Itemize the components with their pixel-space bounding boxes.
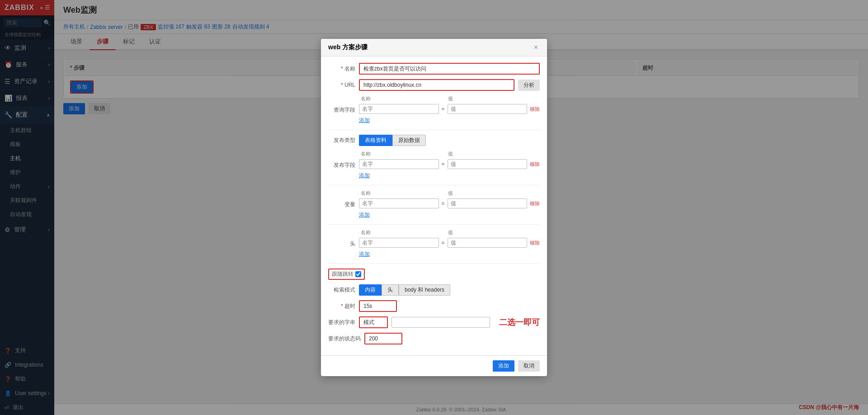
required-string-label: 要求的字串 bbox=[328, 319, 355, 326]
headers-label: 头 bbox=[328, 240, 355, 248]
retrieve-mode-row: 检索模式 内容 头 body 和 headers bbox=[328, 284, 540, 296]
hdr-value-header: 值 bbox=[448, 229, 521, 236]
variables-label: 变量 bbox=[328, 201, 355, 208]
dialog: web 方案步骤 × 名称 URL 分析 查询字段 bbox=[321, 39, 547, 376]
pf-value-header: 值 bbox=[448, 151, 521, 157]
variables-header-row: 变量 名称 值 = 移除 bbox=[328, 190, 540, 219]
var-eq: = bbox=[442, 200, 445, 207]
qf-name-header: 名称 bbox=[361, 95, 434, 102]
required-status-codes-input[interactable] bbox=[365, 334, 401, 344]
post-name-input[interactable] bbox=[359, 159, 439, 169]
query-name-input[interactable] bbox=[359, 104, 439, 114]
follow-redirects-checkbox[interactable] bbox=[355, 271, 361, 277]
required-status-codes-highlighted bbox=[364, 333, 402, 344]
var-add-link[interactable]: 添加 bbox=[359, 211, 370, 219]
name-label: 名称 bbox=[328, 65, 355, 73]
hdr-add-link[interactable]: 添加 bbox=[359, 250, 370, 258]
timeout-label: 超时 bbox=[328, 302, 355, 310]
variables-section: 变量 名称 值 = 移除 bbox=[328, 190, 540, 219]
post-type-form-btn[interactable]: 表格资料 bbox=[359, 135, 392, 146]
dialog-title: web 方案步骤 bbox=[328, 43, 368, 52]
post-field-row: = 移除 bbox=[359, 159, 540, 169]
hdr-eq: = bbox=[442, 240, 445, 246]
post-add-link[interactable]: 添加 bbox=[359, 172, 370, 179]
follow-redirects-highlighted: 跟随跳转 bbox=[328, 269, 365, 280]
required-status-codes-label: 要求的状态码 bbox=[328, 335, 361, 343]
variable-row: = 移除 bbox=[359, 198, 540, 208]
timeout-highlighted bbox=[359, 300, 397, 312]
follow-redirects-row: 跟随跳转 bbox=[328, 269, 540, 280]
query-eq: = bbox=[442, 106, 445, 112]
timeout-input[interactable] bbox=[360, 301, 396, 311]
annotation-text: 二选一即可 bbox=[499, 317, 540, 328]
retrieve-mode-label: 检索模式 bbox=[328, 286, 355, 294]
headers-table-header: 名称 值 bbox=[359, 229, 540, 236]
dialog-close-button[interactable]: × bbox=[532, 43, 540, 52]
var-name-input[interactable] bbox=[359, 198, 439, 208]
headers-header-row: 头 名称 值 = 移除 bbox=[328, 229, 540, 258]
required-string-highlighted bbox=[359, 316, 388, 328]
post-value-input[interactable] bbox=[448, 159, 528, 169]
url-label: URL bbox=[328, 82, 355, 88]
post-fields-header-row: 发布字段 名称 值 = 移除 bbox=[328, 151, 540, 179]
name-input[interactable] bbox=[359, 63, 540, 75]
retrieve-mode-body-headers-btn[interactable]: body 和 headers bbox=[399, 284, 450, 296]
post-type-raw-btn[interactable]: 原始数据 bbox=[392, 135, 426, 146]
query-field-row: = 移除 bbox=[359, 104, 540, 114]
headers-section: 头 名称 值 = 移除 bbox=[328, 229, 540, 258]
post-fields-label: 发布字段 bbox=[328, 161, 355, 169]
query-fields-table-header: 名称 值 bbox=[359, 95, 540, 102]
query-fields-section: 查询字段 名称 值 = 移除 bbox=[328, 95, 540, 124]
post-eq: = bbox=[442, 161, 445, 167]
divider3 bbox=[328, 224, 540, 225]
url-input[interactable] bbox=[359, 79, 514, 91]
hdr-name-input[interactable] bbox=[359, 238, 439, 248]
name-row: 名称 bbox=[328, 63, 540, 75]
timeout-row: 超时 bbox=[328, 300, 540, 312]
query-value-input[interactable] bbox=[448, 104, 528, 114]
query-remove-button[interactable]: 移除 bbox=[530, 106, 540, 113]
url-row: URL 分析 bbox=[328, 79, 540, 91]
post-remove-button[interactable]: 移除 bbox=[530, 161, 540, 168]
retrieve-mode-group: 内容 头 body 和 headers bbox=[359, 284, 450, 296]
dialog-cancel-button[interactable]: 取消 bbox=[518, 360, 540, 372]
query-add-link[interactable]: 添加 bbox=[359, 117, 370, 124]
var-value-header: 值 bbox=[448, 190, 521, 197]
follow-redirects-label: 跟随跳转 bbox=[332, 270, 354, 278]
pf-name-header: 名称 bbox=[361, 151, 434, 157]
dialog-body: 名称 URL 分析 查询字段 名称 值 bbox=[321, 57, 547, 355]
post-type-label: 发布类型 bbox=[328, 137, 355, 144]
variables-table-header: 名称 值 bbox=[359, 190, 540, 197]
retrieve-mode-content-btn[interactable]: 内容 bbox=[359, 284, 382, 296]
required-status-codes-row: 要求的状态码 bbox=[328, 333, 540, 344]
post-type-row: 发布类型 表格资料 原始数据 bbox=[328, 135, 540, 146]
required-string-input[interactable] bbox=[392, 317, 490, 328]
required-string-row: 要求的字串 二选一即可 bbox=[328, 316, 540, 328]
query-fields-header-row: 查询字段 名称 值 = 移除 bbox=[328, 95, 540, 124]
dialog-header: web 方案步骤 × bbox=[321, 39, 547, 57]
header-row: = 移除 bbox=[359, 238, 540, 248]
divider4 bbox=[328, 264, 540, 264]
post-type-toggle: 表格资料 原始数据 bbox=[359, 135, 426, 146]
required-string-mode-input[interactable] bbox=[360, 317, 387, 327]
divider2 bbox=[328, 185, 540, 185]
dialog-footer: 添加 取消 bbox=[321, 355, 547, 376]
qf-value-header: 值 bbox=[448, 95, 521, 102]
var-remove-button[interactable]: 移除 bbox=[530, 200, 540, 207]
query-fields-label: 查询字段 bbox=[328, 106, 355, 114]
retrieve-mode-head-btn[interactable]: 头 bbox=[382, 284, 399, 296]
analyze-button[interactable]: 分析 bbox=[518, 80, 540, 91]
dialog-overlay: web 方案步骤 × 名称 URL 分析 查询字段 bbox=[0, 0, 868, 415]
divider1 bbox=[328, 130, 540, 130]
hdr-remove-button[interactable]: 移除 bbox=[530, 240, 540, 246]
var-name-header: 名称 bbox=[361, 190, 434, 197]
var-value-input[interactable] bbox=[448, 198, 528, 208]
hdr-value-input[interactable] bbox=[448, 238, 528, 248]
dialog-add-button[interactable]: 添加 bbox=[493, 360, 514, 372]
post-fields-section: 发布字段 名称 值 = 移除 bbox=[328, 151, 540, 179]
hdr-name-header: 名称 bbox=[361, 229, 434, 236]
post-fields-table-header: 名称 值 bbox=[359, 151, 540, 157]
